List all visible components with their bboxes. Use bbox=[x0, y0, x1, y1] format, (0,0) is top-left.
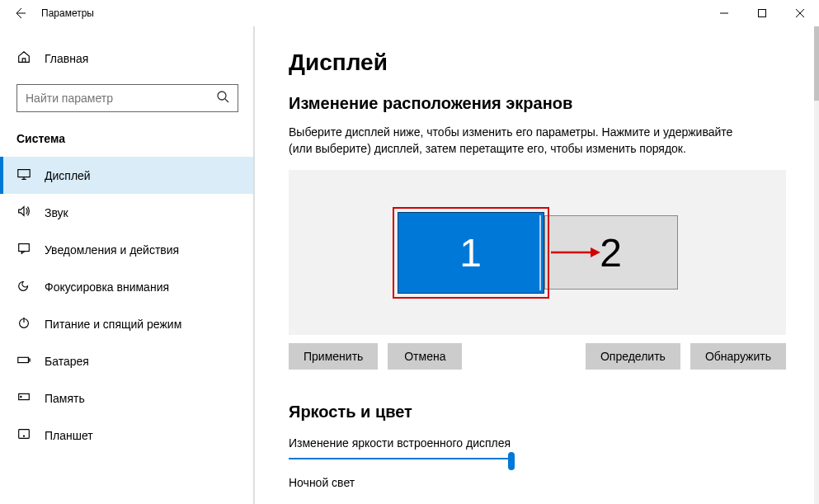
svg-rect-2 bbox=[18, 170, 30, 177]
nav-item-battery[interactable]: Батарея bbox=[0, 342, 255, 379]
nav-item-power[interactable]: Питание и спящий режим bbox=[0, 305, 255, 342]
main-scrollbar[interactable] bbox=[814, 26, 819, 504]
sidebar: Главная Система Дисплей Звук Уведомления… bbox=[0, 26, 256, 504]
search-icon bbox=[216, 90, 229, 106]
power-icon bbox=[16, 315, 31, 332]
close-button[interactable] bbox=[781, 0, 819, 26]
brightness-heading: Яркость и цвет bbox=[289, 403, 786, 422]
monitor-2-label: 2 bbox=[600, 230, 622, 276]
nav-label: Уведомления и действия bbox=[45, 243, 179, 257]
focus-icon bbox=[16, 278, 31, 295]
main-scrollbar-thumb[interactable] bbox=[814, 26, 819, 101]
sidebar-scrollbar[interactable] bbox=[253, 26, 255, 504]
titlebar: Параметры bbox=[0, 0, 819, 26]
nav-item-focus[interactable]: Фокусировка внимания bbox=[0, 268, 255, 305]
svg-rect-0 bbox=[759, 10, 766, 17]
window-title: Параметры bbox=[41, 7, 94, 19]
minimize-button[interactable] bbox=[705, 0, 743, 26]
home-link[interactable]: Главная bbox=[0, 43, 255, 74]
monitor-1-label: 1 bbox=[459, 230, 482, 276]
search-input[interactable] bbox=[26, 92, 216, 105]
nav-label: Дисплей bbox=[45, 169, 91, 182]
detect-button[interactable]: Обнаружить bbox=[690, 343, 786, 370]
nav-label: Батарея bbox=[45, 355, 89, 368]
nav-item-tablet[interactable]: Планшет bbox=[0, 417, 255, 454]
nav-item-sound[interactable]: Звук bbox=[0, 194, 255, 231]
brightness-slider[interactable] bbox=[289, 458, 511, 459]
nav-item-notifications[interactable]: Уведомления и действия bbox=[0, 231, 255, 268]
display-arrangement-area[interactable]: 1 2 bbox=[289, 170, 786, 335]
tablet-icon bbox=[16, 426, 31, 444]
identify-button[interactable]: Определить bbox=[586, 343, 680, 370]
window-controls bbox=[705, 0, 819, 26]
nav-item-storage[interactable]: Память bbox=[0, 379, 255, 417]
section-title: Система bbox=[0, 127, 255, 157]
nav-label: Планшет bbox=[45, 429, 93, 442]
brightness-slider-thumb[interactable] bbox=[508, 452, 515, 470]
maximize-button[interactable] bbox=[743, 0, 781, 26]
night-light-label: Ночной свет bbox=[289, 476, 786, 489]
nav-label: Звук bbox=[45, 206, 68, 219]
back-button[interactable] bbox=[13, 7, 26, 20]
search-box[interactable] bbox=[16, 84, 238, 112]
arrange-heading: Изменение расположения экранов bbox=[289, 94, 786, 113]
svg-rect-3 bbox=[19, 244, 30, 252]
brightness-label: Изменение яркости встроенного дисплея bbox=[289, 436, 786, 450]
home-label: Главная bbox=[45, 52, 88, 65]
arrange-description: Выберите дисплей ниже, чтобы изменить ег… bbox=[289, 125, 751, 157]
apply-button[interactable]: Применить bbox=[289, 343, 378, 370]
page-title: Дисплей bbox=[289, 49, 786, 76]
battery-icon bbox=[16, 352, 31, 370]
nav-item-display[interactable]: Дисплей bbox=[0, 157, 255, 194]
monitor-2[interactable]: 2 bbox=[544, 215, 678, 290]
svg-rect-5 bbox=[18, 357, 29, 362]
nav-label: Память bbox=[45, 392, 85, 405]
cancel-button[interactable]: Отмена bbox=[388, 343, 462, 370]
svg-point-9 bbox=[23, 436, 24, 436]
sound-icon bbox=[16, 204, 31, 221]
monitor-1[interactable]: 1 bbox=[398, 212, 544, 294]
nav-label: Питание и спящий режим bbox=[45, 318, 181, 331]
notifications-icon bbox=[16, 241, 31, 258]
display-icon bbox=[16, 167, 31, 184]
storage-icon bbox=[16, 389, 31, 407]
svg-point-7 bbox=[21, 396, 21, 397]
home-icon bbox=[16, 49, 31, 68]
nav-label: Фокусировка внимания bbox=[45, 280, 169, 294]
svg-point-1 bbox=[218, 92, 226, 100]
main-content: Дисплей Изменение расположения экранов В… bbox=[256, 26, 819, 504]
